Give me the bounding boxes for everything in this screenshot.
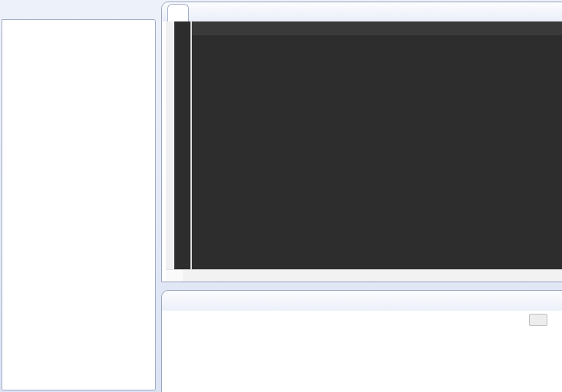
explorer-tab-bar: [2, 2, 156, 20]
horizontal-scrollbar[interactable]: [166, 269, 562, 282]
editor-tab-hello-java[interactable]: [167, 4, 189, 21]
ruler-separator: [190, 21, 192, 269]
explorer-toolbar: [2, 21, 155, 39]
package-explorer-view: [2, 2, 156, 390]
editor-area: [161, 2, 562, 282]
scrollbar-corner: [166, 270, 183, 282]
current-line-highlight: [192, 21, 562, 35]
console-toolbar-button[interactable]: [529, 314, 547, 326]
bottom-tab-bar: [162, 291, 562, 311]
console-view: [161, 290, 562, 392]
project-tree: [2, 38, 155, 390]
eclipse-workbench: { "explorer": { "tabs": [ {"label": "Pac…: [0, 0, 562, 392]
code-editor[interactable]: [166, 21, 562, 269]
editor-tab-bar: [162, 2, 562, 21]
annotation-ruler: [166, 21, 174, 269]
explorer-body: [2, 19, 156, 390]
